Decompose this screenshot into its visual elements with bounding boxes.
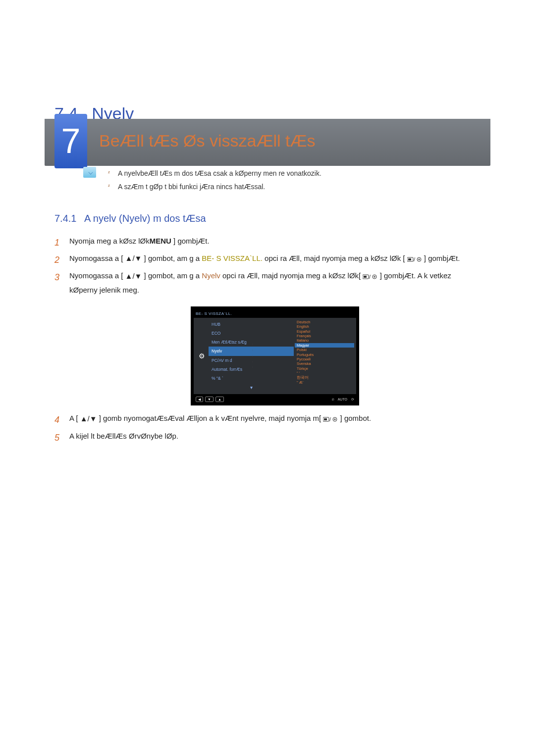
osd-language-column: Deutsch English Español Français Italian…: [295, 320, 354, 392]
osd-separator-dots: :::::: [252, 320, 253, 392]
step-5: A kijel lt beÆllÆs ØrvØnybe lØp.: [54, 429, 481, 444]
osd-lang-item: " Æ`: [295, 380, 354, 385]
osd-menu-item: ECO: [209, 329, 294, 338]
osd-lang-item-selected: Magyar: [295, 343, 354, 348]
chapter-number-tab: 7: [54, 114, 87, 168]
source-enter-icon: /: [323, 412, 338, 426]
osd-lang-item: Svenska: [295, 361, 354, 366]
note-box: A nyelvbeÆll tÆs m dos tÆsa csak a kØper…: [83, 167, 481, 193]
svg-text:/: /: [329, 416, 331, 422]
osd-lang-item: Deutsch: [295, 320, 354, 324]
osd-lang-item: Português: [295, 353, 354, 357]
menu-label: MENU: [150, 237, 171, 245]
osd-key-up: ▲: [215, 397, 224, 403]
svg-text:/: /: [369, 274, 371, 280]
osd-lang-item: " ': [295, 371, 354, 375]
osd-lang-item: Español: [295, 329, 354, 334]
osd-shell: BE- S VISSZA`LL. ⚙ HUB ECO Men ÆtlÆtsz s…: [191, 306, 359, 405]
osd-key-left: ◀: [196, 397, 203, 403]
note-icon: [83, 167, 96, 178]
note-list: A nyelvbeÆll tÆs m dos tÆsa csak a kØper…: [108, 167, 321, 193]
osd-power-icon: ⟳: [351, 396, 354, 403]
osd-menu-item-selected: Nyelv: [209, 347, 294, 355]
step-2: Nyomogassa a [ ▲/▼ ] gombot, am g a BE- …: [54, 252, 481, 266]
osd-key-down: ▼: [205, 397, 214, 403]
note-item: A szÆm t gØp t bbi funkci jÆra nincs hat…: [108, 180, 321, 194]
osd-title: BE- S VISSZA`LL.: [194, 309, 356, 318]
osd-lang-item: Français: [295, 334, 354, 338]
subsection-heading: 7.4.1 A nyelv (Nyelv) m dos tÆsa: [54, 213, 481, 224]
source-enter-icon: /: [363, 269, 377, 284]
source-enter-icon: /: [407, 252, 422, 266]
svg-text:/: /: [414, 256, 416, 262]
osd-menu-item: Automat. forrÆs: [209, 365, 294, 374]
subsection: 7.4.1 A nyelv (Nyelv) m dos tÆsa Nyomja …: [54, 213, 481, 443]
step-3: Nyomogassa a [ ▲/▼ ] gombot, am g a Nyel…: [54, 269, 481, 405]
step-1: Nyomja meg a kØsz lØkMENU ] gombjÆt.: [54, 234, 481, 249]
subsection-title: A nyelv (Nyelv) m dos tÆsa: [84, 213, 206, 224]
osd-menu-item: Men ÆtlÆtsz sÆg: [209, 338, 294, 347]
osd-source-icon: ⎚: [332, 396, 334, 403]
highlighted-option: BE- S VISSZA`LL.: [202, 254, 263, 262]
note-item: A nyelvbeÆll tÆs m dos tÆsa csak a kØper…: [108, 167, 321, 180]
osd-lang-item: Italiano: [295, 338, 354, 343]
osd-lang-item: 한국어: [295, 375, 354, 380]
chapter-number: 7: [61, 121, 81, 161]
osd-menu-column: HUB ECO Men ÆtlÆtsz sÆg Nyelv PC/AV m d …: [209, 320, 294, 392]
osd-lang-item: Türkçe: [295, 366, 354, 371]
osd-auto-label: AUTO: [338, 396, 347, 403]
osd-lang-item: Polski: [295, 348, 354, 352]
page: 7 BeÆll tÆs Øs visszaÆll tÆs 7.4 Nyelv A…: [0, 104, 535, 756]
step-4: A [ ▲/▼ ] gomb nyomogatÆsÆval Ælljon a k…: [54, 411, 481, 426]
svg-rect-9: [324, 418, 327, 420]
chapter-title: BeÆll tÆs Øs visszaÆll tÆs: [99, 131, 315, 151]
up-down-icon: ▲/▼: [80, 412, 97, 426]
osd-menu-item: PC/AV m d: [209, 356, 294, 365]
osd-footer-right: ⎚ AUTO ⟳: [332, 396, 354, 403]
chevron-down-icon: ▾: [209, 383, 294, 392]
highlighted-option: Nyelv: [202, 271, 220, 280]
steps-list: Nyomja meg a kØsz lØkMENU ] gombjÆt. Nyo…: [54, 234, 481, 443]
up-down-icon: ▲/▼: [125, 269, 142, 284]
subsection-number: 7.4.1: [54, 213, 76, 224]
osd-lang-item: English: [295, 324, 354, 329]
osd-menu-item: HUB: [209, 320, 294, 329]
up-down-icon: ▲/▼: [125, 252, 142, 266]
gear-icon: ⚙: [196, 350, 208, 363]
osd-body: ⚙ HUB ECO Men ÆtlÆtsz sÆg Nyelv PC/AV m …: [194, 318, 356, 394]
osd-screenshot: BE- S VISSZA`LL. ⚙ HUB ECO Men ÆtlÆtsz s…: [191, 306, 359, 405]
svg-rect-1: [408, 258, 411, 260]
osd-footer: ◀ ▼ ▲ ⎚ AUTO ⟳: [194, 394, 356, 404]
osd-lang-item: Русский: [295, 357, 354, 361]
osd-menu-item: % "& `: [209, 374, 294, 383]
svg-rect-5: [364, 276, 367, 278]
